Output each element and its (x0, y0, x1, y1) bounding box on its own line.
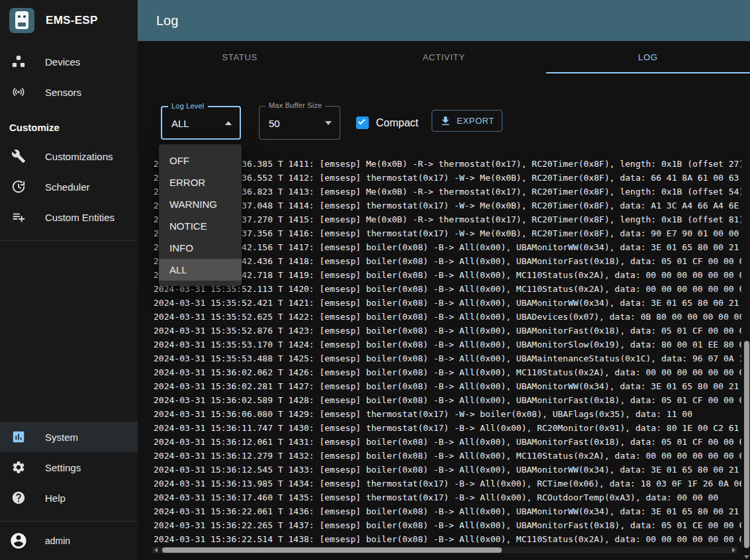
scroll-down-arrow-icon[interactable] (744, 555, 749, 559)
schedule-icon (11, 179, 26, 195)
sidebar-item-label: Devices (45, 56, 80, 68)
log-line: 2024-03-31 15:35:53.170 T 1424: [emsesp]… (154, 338, 741, 351)
sidebar-user-admin[interactable]: admin (0, 522, 138, 560)
max-buffer-size-label: Max Buffer Size (265, 101, 325, 109)
horizontal-scrollbar-thumb[interactable] (162, 547, 502, 553)
export-button[interactable]: EXPORT (432, 110, 502, 132)
menu-item-notice[interactable]: NOTICE (159, 215, 242, 237)
compact-label: Compact (376, 117, 418, 129)
sidebar-item-system[interactable]: System (0, 422, 138, 452)
log-line: 2024-03-31 15:35:42.436 T 1418: [emsesp]… (154, 254, 741, 268)
log-line: 2024-03-31 15:35:36.552 T 1412: [emsesp]… (154, 171, 741, 185)
compact-toggle: Compact (356, 106, 418, 140)
sidebar-item-label: Custom Entities (45, 212, 115, 223)
log-line: 2024-03-31 15:36:12.545 T 1433: [emsesp]… (154, 463, 741, 477)
gear-icon (11, 459, 26, 475)
vertical-scrollbar-thumb[interactable] (744, 341, 749, 548)
check-icon (358, 118, 365, 125)
sidebar-customize-nav: Customizations Scheduler Custom Entities (0, 141, 138, 232)
tab-activity[interactable]: ACTIVITY (342, 41, 545, 73)
compact-checkbox[interactable] (356, 117, 369, 129)
sidebar-section-customize: Customize (0, 122, 138, 141)
log-line: 2024-03-31 15:35:53.488 T 1425: [emsesp]… (154, 351, 741, 365)
logo-eyes (18, 15, 21, 18)
logo-body (15, 11, 28, 29)
horizontal-scrollbar[interactable] (152, 547, 737, 553)
sidebar-item-scheduler[interactable]: Scheduler (0, 171, 138, 202)
devices-icon (11, 54, 26, 70)
sidebar-item-settings[interactable]: Settings (0, 452, 138, 483)
max-buffer-size-select[interactable]: Max Buffer Size 50 (259, 106, 340, 140)
log-line: 2024-03-31 15:35:52.421 T 1421: [emsesp]… (154, 296, 741, 310)
sidebar-item-label: Scheduler (45, 181, 90, 193)
log-level-select-label: Log Level (168, 102, 208, 110)
sidebar-item-label: Settings (45, 462, 81, 473)
menu-item-warning[interactable]: WARNING (159, 193, 242, 215)
scroll-right-arrow-icon[interactable] (732, 547, 735, 553)
log-output[interactable]: 2024-03-31 15:35:36.385 T 1411: [emsesp]… (154, 157, 741, 547)
log-line: 2024-03-31 15:36:22.265 T 1437: [emsesp]… (154, 518, 741, 532)
sidebar-item-label: Sensors (45, 87, 81, 98)
log-line: 2024-03-31 15:35:37.270 T 1415: [emsesp]… (154, 212, 741, 226)
vertical-scrollbar[interactable] (743, 157, 750, 560)
tab-log[interactable]: LOG (546, 41, 750, 73)
sensors-icon (11, 84, 26, 100)
ems-esp-logo-icon (9, 8, 34, 33)
max-buffer-size-value: 50 (269, 117, 280, 128)
tools-icon (11, 148, 26, 164)
main-content: Log STATUS ACTIVITY LOG Log Level ALL Ma… (138, 0, 750, 560)
log-line: 2024-03-31 15:36:12.061 T 1431: [emsesp]… (154, 435, 741, 449)
account-icon (9, 532, 28, 550)
sidebar-main-nav: Devices Sensors (0, 41, 138, 107)
log-line: 2024-03-31 15:36:02.281 T 1427: [emsesp]… (154, 379, 741, 393)
tab-status[interactable]: STATUS (138, 41, 342, 73)
menu-item-all[interactable]: ALL (159, 259, 242, 281)
sidebar: EMS-ESP Devices Sensors Customize (0, 0, 138, 560)
log-line: 2024-03-31 15:35:52.113 T 1420: [emsesp]… (154, 282, 741, 296)
log-line: 2024-03-31 15:35:37.048 T 1414: [emsesp]… (154, 199, 741, 212)
log-line: 2024-03-31 15:36:22.061 T 1436: [emsesp]… (154, 504, 741, 518)
log-line: 2024-03-31 15:36:11.747 T 1430: [emsesp]… (154, 421, 741, 435)
log-line: 2024-03-31 15:35:42.156 T 1417: [emsesp]… (154, 240, 741, 254)
log-line: 2024-03-31 15:36:06.080 T 1429: [emsesp]… (154, 407, 741, 421)
sidebar-spacer (0, 241, 138, 422)
menu-item-error[interactable]: ERROR (159, 171, 242, 193)
menu-item-info[interactable]: INFO (159, 237, 242, 259)
log-line: 2024-03-31 15:36:17.460 T 1435: [emsesp]… (154, 490, 741, 504)
menu-item-off[interactable]: OFF (159, 150, 242, 171)
help-icon (11, 490, 26, 506)
tab-bar: STATUS ACTIVITY LOG (138, 41, 750, 73)
log-level-select[interactable]: Log Level ALL (161, 106, 241, 140)
log-level-menu: OFF ERROR WARNING NOTICE INFO ALL (159, 144, 242, 286)
sidebar-item-customizations[interactable]: Customizations (0, 141, 138, 171)
log-line: 2024-03-31 15:36:02.589 T 1428: [emsesp]… (154, 393, 741, 407)
playlist-add-icon (11, 209, 26, 225)
logo-grill (18, 23, 26, 26)
system-icon (11, 429, 26, 445)
log-line: 2024-03-31 15:35:36.823 T 1413: [emsesp]… (154, 185, 741, 199)
log-line: 2024-03-31 15:36:22.514 T 1438: [emsesp]… (154, 532, 741, 546)
ems-esp-app: EMS-ESP Devices Sensors Customize (0, 0, 750, 560)
download-icon (440, 115, 451, 127)
log-line: 2024-03-31 15:36:13.985 T 1434: [emsesp]… (154, 477, 741, 490)
appbar: Log (138, 0, 750, 41)
chevron-up-icon (225, 121, 232, 125)
log-line: 2024-03-31 15:35:36.385 T 1411: [emsesp]… (154, 157, 741, 171)
sidebar-item-label: Help (45, 492, 66, 504)
sidebar-header: EMS-ESP (0, 0, 138, 41)
log-line: 2024-03-31 15:35:52.876 T 1423: [emsesp]… (154, 324, 741, 338)
user-label: admin (45, 536, 70, 546)
log-line: 2024-03-31 15:35:37.356 T 1416: [emsesp]… (154, 226, 741, 240)
log-line: 2024-03-31 15:36:12.279 T 1432: [emsesp]… (154, 449, 741, 463)
sidebar-item-custom-entities[interactable]: Custom Entities (0, 202, 138, 232)
sidebar-item-devices[interactable]: Devices (0, 46, 138, 77)
sidebar-item-sensors[interactable]: Sensors (0, 77, 138, 107)
export-label: EXPORT (457, 116, 494, 126)
sidebar-item-label: System (45, 432, 78, 443)
app-title: EMS-ESP (46, 14, 98, 27)
sidebar-item-help[interactable]: Help (0, 483, 138, 513)
scroll-left-arrow-icon[interactable] (154, 547, 158, 553)
sidebar-bottom-nav: System Settings Help admin (0, 422, 138, 560)
page-title: Log (156, 13, 178, 28)
log-line: 2024-03-31 15:36:02.062 T 1426: [emsesp]… (154, 365, 741, 379)
